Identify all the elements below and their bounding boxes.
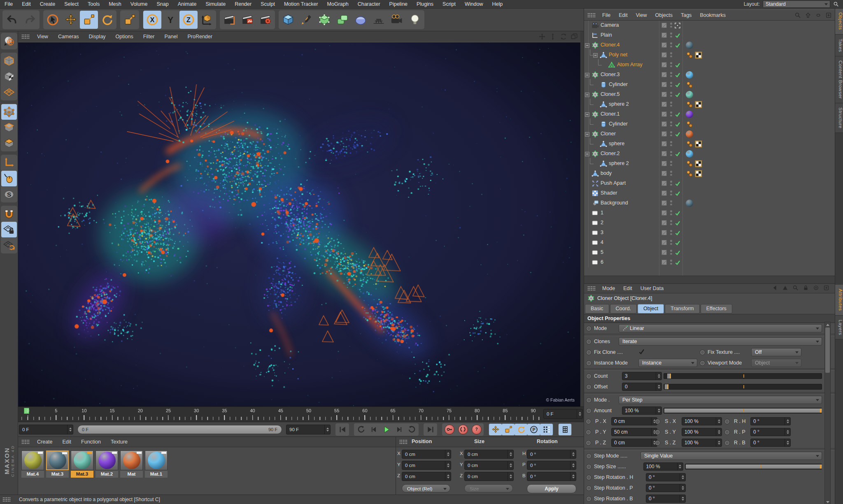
panel-grip-icon[interactable]	[2, 497, 11, 502]
am-search-icon[interactable]	[792, 285, 799, 291]
tree-row-cloner-2[interactable]: Cloner.2	[584, 149, 835, 159]
coordinate-system[interactable]	[198, 11, 216, 29]
attribute-field[interactable]: 100 %	[682, 439, 722, 447]
mograph-cloner-object[interactable]	[333, 11, 352, 29]
spinner[interactable]	[680, 484, 685, 492]
attribute-field[interactable]: 0 cm	[611, 439, 657, 447]
viewport-menu-prorender[interactable]: ProRender	[182, 31, 217, 42]
panel-tab-content-browser[interactable]: Content Browser	[835, 56, 843, 103]
editor-visibility-toggle[interactable]	[661, 230, 667, 235]
material-menu-edit[interactable]: Edit	[58, 437, 77, 447]
dropdown-clones[interactable]: Iterate	[619, 337, 822, 346]
spinner[interactable]	[445, 461, 451, 469]
make-editable[interactable]	[1, 33, 17, 49]
spinner[interactable]	[716, 428, 722, 436]
live-selection-tool[interactable]	[44, 11, 62, 29]
om-menu-tags[interactable]: Tags	[677, 10, 696, 20]
keyframe-selection-button[interactable]	[559, 424, 571, 435]
coord-field-rotation-b[interactable]: 0 °	[527, 472, 576, 481]
visibility-dots[interactable]	[670, 210, 672, 216]
editor-visibility-toggle[interactable]	[661, 151, 667, 156]
last-used-tool[interactable]	[121, 11, 139, 29]
panel-tab-layers[interactable]: Layers	[835, 316, 843, 340]
tree-row-body[interactable]: body	[584, 169, 835, 179]
floor-object[interactable]	[370, 11, 388, 29]
editor-visibility-toggle[interactable]	[661, 200, 667, 206]
dropdown-instance-mode[interactable]: Instance	[638, 359, 697, 367]
coord-field-position-y[interactable]: 0 cm	[402, 461, 451, 470]
animation-dot[interactable]	[586, 326, 591, 331]
phong-tag[interactable]	[686, 81, 693, 88]
visibility-dots[interactable]	[670, 200, 672, 206]
menubar-item-animate[interactable]: Animate	[173, 0, 201, 8]
enabled-check-icon[interactable]	[675, 42, 680, 48]
visibility-dots[interactable]	[670, 72, 672, 77]
visibility-dots[interactable]	[670, 121, 672, 127]
animation-dot[interactable]	[586, 440, 591, 446]
attribute-field[interactable]: 0 °	[750, 439, 791, 447]
tree-row-5[interactable]: 5	[584, 248, 835, 258]
key-rotation-toggle[interactable]	[515, 424, 527, 435]
phong-tag[interactable]	[686, 121, 693, 128]
enabled-check-icon[interactable]	[675, 62, 680, 68]
play-button[interactable]	[380, 424, 393, 435]
animation-dot[interactable]	[700, 360, 705, 366]
render-settings-button[interactable]	[256, 11, 275, 29]
enabled-check-icon[interactable]	[675, 131, 680, 137]
attribute-field[interactable]: 0 °	[646, 495, 686, 503]
visibility-dots[interactable]	[670, 161, 672, 166]
model-mode[interactable]	[1, 53, 17, 69]
coord-field-size-y[interactable]: 0 cm	[464, 461, 514, 470]
attribute-field[interactable]: 100 %	[682, 428, 722, 436]
animation-dot[interactable]	[724, 440, 730, 446]
editor-visibility-toggle[interactable]	[661, 181, 667, 186]
visibility-dots[interactable]	[670, 23, 672, 28]
spinner[interactable]	[508, 472, 513, 481]
editor-visibility-toggle[interactable]	[661, 240, 667, 245]
panel-tab-objects[interactable]: Objects	[835, 8, 843, 35]
animation-dot[interactable]	[586, 475, 591, 480]
viewport-menu-cameras[interactable]: Cameras	[53, 31, 84, 42]
spinner[interactable]	[67, 425, 73, 434]
am-menu-edit[interactable]: Edit	[619, 284, 636, 293]
dropdown-mode-[interactable]: Per Step	[619, 396, 822, 404]
panel-grip-icon[interactable]	[399, 439, 408, 444]
menubar-item-plugins[interactable]: Plugins	[412, 0, 438, 8]
viewport-pan-icon[interactable]	[538, 33, 546, 40]
key-pla-toggle[interactable]	[540, 424, 553, 435]
viewport-orbit-icon[interactable]	[560, 33, 567, 40]
attribute-slider[interactable]	[664, 373, 822, 379]
editor-visibility-toggle[interactable]	[661, 161, 667, 166]
animation-dot[interactable]	[586, 408, 591, 413]
expand-toggle[interactable]	[585, 132, 589, 137]
render-view-button[interactable]	[220, 11, 238, 29]
viewport-menu-display[interactable]: Display	[84, 31, 111, 42]
menubar-item-volume[interactable]: Volume	[126, 0, 152, 8]
attribute-slider[interactable]	[685, 464, 822, 469]
animation-dot[interactable]	[586, 419, 591, 424]
om-add-icon[interactable]	[825, 12, 832, 19]
tree-row-3[interactable]: 3	[584, 228, 835, 238]
menubar-item-tools[interactable]: Tools	[83, 0, 104, 8]
lock-y-axis[interactable]: Y	[161, 11, 179, 29]
menubar-item-snap[interactable]: Snap	[152, 0, 173, 8]
menubar-item-character[interactable]: Character	[353, 0, 385, 8]
enabled-check-icon[interactable]	[675, 210, 680, 216]
attribute-tab-object[interactable]: Object	[638, 304, 664, 314]
texture-mode[interactable]	[1, 69, 17, 84]
tree-row-4[interactable]: 4	[584, 238, 835, 248]
tree-row-push-apart[interactable]: Push Apart	[584, 179, 835, 188]
editor-visibility-toggle[interactable]	[661, 250, 667, 255]
panel-tab-structure[interactable]: Structure	[835, 103, 843, 133]
phong-tag[interactable]	[686, 101, 693, 108]
menubar-item-script[interactable]: Script	[438, 0, 460, 8]
animation-dot[interactable]	[586, 384, 591, 390]
add-cube-object[interactable]	[279, 11, 297, 29]
coord-field-rotation-h[interactable]: 0 °	[527, 450, 576, 459]
material-mat.3-1[interactable]: Mat.3	[46, 451, 69, 478]
editor-visibility-toggle[interactable]	[661, 23, 667, 28]
attribute-field[interactable]: 0 °	[750, 417, 791, 425]
goto-start-button[interactable]	[336, 424, 349, 435]
autokeying-button[interactable]	[456, 424, 470, 435]
layout-select[interactable]: Standard	[763, 0, 830, 8]
